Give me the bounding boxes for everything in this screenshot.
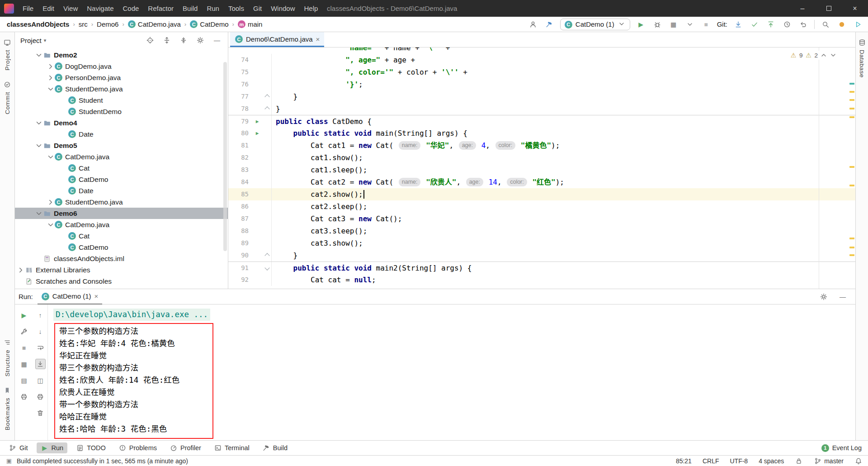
inspections-widget[interactable]: ⚠9⚠2 xyxy=(787,51,840,60)
tree-item-student[interactable]: CStudent xyxy=(15,95,228,106)
chevron-right-icon[interactable] xyxy=(47,62,55,71)
more-run-options-icon[interactable] xyxy=(684,19,695,30)
previous-problem-icon[interactable] xyxy=(820,52,827,59)
fold-start-icon[interactable] xyxy=(263,262,272,274)
menu-refactor[interactable]: Refactor xyxy=(143,0,178,17)
dump-threads-icon[interactable]: ▦ xyxy=(19,359,29,369)
toolwindow-button-build[interactable]: Build xyxy=(258,442,292,453)
menu-code[interactable]: Code xyxy=(118,0,143,17)
fold-end-icon[interactable] xyxy=(263,103,272,115)
tool-button-structure[interactable]: Structure xyxy=(3,336,11,379)
menu-git[interactable]: Git xyxy=(249,0,266,17)
menu-navigate[interactable]: Navigate xyxy=(82,0,118,17)
close-tab-icon[interactable]: × xyxy=(94,293,99,300)
close-tab-icon[interactable]: × xyxy=(316,36,320,43)
split-console-icon[interactable]: ◫ xyxy=(35,375,46,385)
tree-item-scratches-and-consoles[interactable]: Scratches and Consoles xyxy=(15,276,228,287)
code-line-90[interactable]: 90 } xyxy=(228,249,855,262)
git-branch[interactable]: master xyxy=(814,457,844,465)
tree-item-demo2[interactable]: Demo2 xyxy=(15,49,228,61)
locate-file-icon[interactable] xyxy=(145,35,156,46)
tree-item-persondemo-java[interactable]: CPersonDemo.java xyxy=(15,72,228,83)
chevron-down-icon[interactable] xyxy=(35,51,43,59)
chevron-right-icon[interactable] xyxy=(17,266,25,274)
build-project-icon[interactable] xyxy=(544,19,555,30)
code-line-79[interactable]: 79▶public class CatDemo { xyxy=(228,115,855,127)
project-scrollbar[interactable] xyxy=(223,62,227,251)
expand-all-icon[interactable] xyxy=(161,35,172,46)
restore-layout-icon[interactable]: ▤ xyxy=(19,375,29,385)
commit-icon[interactable] xyxy=(749,19,760,30)
rollback-icon[interactable] xyxy=(798,19,809,30)
notifications[interactable] xyxy=(854,457,863,465)
run-console[interactable]: D:\develop\Java\bin\java.exe ... 带三个参数的构… xyxy=(48,304,855,440)
tree-item-studentdemo-java[interactable]: CStudentDemo.java xyxy=(15,83,228,95)
chevron-down-icon[interactable] xyxy=(35,119,43,127)
tree-item-date[interactable]: CDate xyxy=(15,128,228,140)
toolwindow-button-git[interactable]: Git xyxy=(5,442,32,453)
project-view-title[interactable]: Project xyxy=(20,37,42,44)
code-line-78[interactable]: 78} xyxy=(228,103,855,115)
tree-item-cat[interactable]: CCat xyxy=(15,230,228,242)
code-line-84[interactable]: 84 Cat cat2 = new Cat( name: "欣贵人", age:… xyxy=(228,176,855,188)
menu-build[interactable]: Build xyxy=(178,0,202,17)
code-line-86[interactable]: 86 cat2.sleep(); xyxy=(228,200,855,213)
history-icon[interactable] xyxy=(782,19,793,30)
breadcrumb-item-main[interactable]: mmain xyxy=(236,19,264,29)
breadcrumb-item-src[interactable]: src xyxy=(77,19,89,29)
run-configuration-select[interactable]: C CatDemo (1) xyxy=(560,19,630,30)
code-line-77[interactable]: 77 } xyxy=(228,90,855,103)
tool-button-bookmarks[interactable]: Bookmarks xyxy=(3,384,11,433)
tree-item-date[interactable]: CDate xyxy=(15,185,228,196)
caret-position[interactable]: 85:21 xyxy=(676,457,692,465)
run-anything-icon[interactable] xyxy=(853,19,863,30)
run-tab[interactable]: C CatDemo (1) × xyxy=(38,289,103,304)
editor-tab[interactable]: C Demo6\CatDemo.java × xyxy=(230,32,324,47)
up-stack-trace-icon[interactable]: ↑ xyxy=(35,310,46,320)
menu-view[interactable]: View xyxy=(59,0,82,17)
code-line-87[interactable]: 87 Cat cat3 = new Cat(); xyxy=(228,213,855,225)
chevron-down-icon[interactable] xyxy=(47,221,55,229)
chevron-right-icon[interactable] xyxy=(47,74,55,82)
code-line-89[interactable]: 89 cat3.show(); xyxy=(228,237,855,249)
soft-wrap-icon[interactable] xyxy=(35,342,46,353)
tool-button-database[interactable]: Database xyxy=(858,36,866,81)
tree-item-classesandobjects-iml[interactable]: classesAndObjects.iml xyxy=(15,253,228,264)
breadcrumb-item-demo6[interactable]: Demo6 xyxy=(95,19,120,29)
code-line-81[interactable]: 81 Cat cat1 = new Cat( name: "华妃", age: … xyxy=(228,139,855,152)
maximize-button[interactable] xyxy=(816,0,842,17)
code-line-83[interactable]: 83 cat1.sleep(); xyxy=(228,164,855,176)
code-line-88[interactable]: 88 cat3.sleep(); xyxy=(228,225,855,237)
run-line-icon[interactable]: ▶ xyxy=(256,127,259,139)
down-stack-trace-icon[interactable]: ↓ xyxy=(35,326,46,337)
settings-icon[interactable] xyxy=(818,291,829,302)
chevron-down-icon[interactable] xyxy=(47,85,55,93)
indent-size[interactable]: 4 spaces xyxy=(759,457,784,465)
toolwindow-button-profiler[interactable]: Profiler xyxy=(165,442,205,453)
next-problem-icon[interactable] xyxy=(830,52,837,59)
tree-item-dogdemo-java[interactable]: CDogDemo.java xyxy=(15,61,228,72)
tree-item-catdemo[interactable]: CCatDemo xyxy=(15,242,228,253)
toolwindow-button-run[interactable]: ▶Run xyxy=(37,442,68,453)
hide-panel-icon[interactable]: — xyxy=(212,35,222,46)
updates-available-icon[interactable] xyxy=(836,19,847,30)
chevron-down-icon[interactable] xyxy=(35,142,43,150)
menu-window[interactable]: Window xyxy=(266,0,299,17)
debug-icon[interactable] xyxy=(652,19,663,30)
tree-item-demo6[interactable]: Demo6 xyxy=(15,208,228,219)
breadcrumb-item-classesandobjects[interactable]: classesAndObjects xyxy=(5,19,71,29)
coverage-icon[interactable]: ▦ xyxy=(668,19,679,30)
run-line-icon[interactable]: ▶ xyxy=(256,115,259,128)
tool-button-commit[interactable]: Commit xyxy=(3,78,11,117)
toolwindow-button-terminal[interactable]: Terminal xyxy=(210,442,254,453)
toolwindow-toggle-icon[interactable]: ▣ xyxy=(5,457,13,465)
code-line-80[interactable]: 80▶ public static void main(String[] arg… xyxy=(228,127,855,139)
chevron-right-icon[interactable] xyxy=(47,198,55,206)
menu-run[interactable]: Run xyxy=(202,0,224,17)
fold-end-icon[interactable] xyxy=(263,90,272,103)
search-everywhere-icon[interactable] xyxy=(820,19,831,30)
code-line-92[interactable]: 92 Cat cat = null; xyxy=(228,274,855,286)
clear-all-icon[interactable] xyxy=(35,408,46,418)
breadcrumb-item-catdemo[interactable]: CCatDemo xyxy=(189,19,230,29)
tree-item-studentdemo[interactable]: CStudentDemo xyxy=(15,106,228,117)
